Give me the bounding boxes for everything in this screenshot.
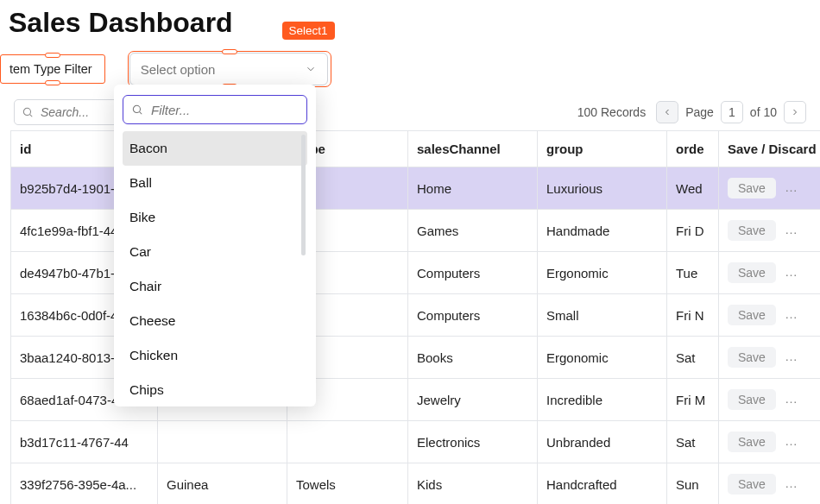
- cell-country: Guinea: [158, 463, 287, 505]
- cell-salesChannel: Games: [408, 210, 538, 252]
- cell-actions: SaveDiscard: [719, 421, 821, 463]
- cell-orderDate: Wed: [667, 167, 719, 210]
- chevron-right-icon: [790, 107, 800, 117]
- cell-country: [158, 421, 287, 463]
- item-type-select[interactable]: Select option: [129, 53, 328, 85]
- dropdown-filter-input[interactable]: [123, 95, 307, 124]
- dropdown-option[interactable]: Bacon: [123, 131, 307, 166]
- save-button[interactable]: Save: [728, 178, 776, 198]
- dropdown-list[interactable]: BaconBallBikeCarChairCheeseChickenChips: [123, 131, 307, 400]
- select-placeholder: Select option: [141, 62, 216, 77]
- page-of: of 10: [750, 105, 777, 119]
- svg-point-2: [133, 105, 140, 112]
- dropdown-option[interactable]: Car: [123, 235, 307, 269]
- cell-group: Luxurious: [538, 167, 667, 210]
- table-row[interactable]: b3d17c11-4767-44ElectronicsUnbrandedSatS…: [11, 421, 821, 463]
- select-badge: Select1: [282, 22, 335, 40]
- chevron-left-icon: [662, 107, 672, 117]
- select-dropdown-panel: BaconBallBikeCarChairCheeseChickenChips: [114, 85, 316, 406]
- cell-group: Handcrafted: [538, 463, 667, 505]
- cell-actions: SaveDiscard: [719, 337, 821, 379]
- cell-salesChannel: Jewelry: [408, 379, 538, 421]
- dropdown-option[interactable]: Cheese: [123, 304, 307, 338]
- save-button[interactable]: Save: [728, 432, 776, 452]
- cell-orderDate: Sun: [667, 463, 719, 505]
- cell-itemType: [287, 421, 408, 463]
- cell-actions: SaveDiscard: [719, 294, 821, 337]
- cell-orderDate: Fri N: [667, 294, 719, 337]
- cell-actions: SaveDiscard: [719, 210, 821, 252]
- save-button[interactable]: Save: [728, 347, 776, 368]
- cell-group: Ergonomic: [538, 252, 667, 294]
- svg-line-1: [30, 115, 33, 117]
- cell-actions: SaveDiscard: [719, 463, 821, 505]
- save-button[interactable]: Save: [728, 220, 776, 241]
- cell-orderDate: Sat: [667, 421, 719, 463]
- cell-group: Unbranded: [538, 421, 667, 463]
- dropdown-option[interactable]: Chips: [123, 373, 307, 400]
- current-page[interactable]: 1: [721, 101, 743, 123]
- item-type-filter-label: tem Type Filter: [0, 54, 105, 84]
- pagination: 100 Records Page 1 of 10: [577, 101, 806, 123]
- cell-salesChannel: Computers: [408, 252, 538, 294]
- cell-orderDate: Sat: [667, 337, 719, 379]
- col-action: Save / Discard: [719, 131, 821, 167]
- cell-group: Incredible: [538, 379, 667, 421]
- search-icon: [131, 104, 143, 116]
- svg-line-3: [140, 112, 142, 115]
- svg-point-0: [23, 108, 30, 115]
- scrollbar[interactable]: [301, 135, 306, 255]
- search-icon: [22, 106, 34, 118]
- cell-actions: SaveDiscard: [719, 167, 821, 210]
- cell-group: Handmade: [538, 210, 667, 252]
- cell-group: Ergonomic: [538, 337, 667, 379]
- save-button[interactable]: Save: [728, 389, 776, 410]
- cell-actions: SaveDiscard: [719, 252, 821, 294]
- dropdown-option[interactable]: Bike: [123, 200, 307, 235]
- cell-id: 339f2756-395e-4a...: [11, 463, 158, 505]
- cell-orderDate: Fri M: [667, 379, 719, 421]
- cell-salesChannel: Home: [408, 167, 538, 210]
- dropdown-option[interactable]: Chair: [123, 269, 307, 304]
- page-label: Page: [685, 105, 714, 119]
- page-title: Sales Dashboard: [0, 0, 820, 42]
- cell-salesChannel: Computers: [408, 294, 538, 337]
- cell-orderDate: Tue: [667, 252, 719, 294]
- cell-id: b3d17c11-4767-44: [11, 421, 158, 463]
- cell-group: Small: [538, 294, 667, 337]
- next-page-button[interactable]: [784, 101, 806, 123]
- table-row[interactable]: 339f2756-395e-4a...GuineaTowelsKidsHandc…: [11, 463, 821, 505]
- save-button[interactable]: Save: [728, 474, 776, 495]
- col-sales-channel[interactable]: salesChannel: [408, 131, 538, 167]
- cell-salesChannel: Electronics: [408, 421, 538, 463]
- records-count: 100 Records: [577, 105, 646, 119]
- cell-actions: SaveDiscard: [719, 379, 821, 421]
- cell-salesChannel: Kids: [408, 463, 538, 505]
- dropdown-option[interactable]: Chicken: [123, 338, 307, 373]
- save-button[interactable]: Save: [728, 305, 776, 325]
- cell-orderDate: Fri D: [667, 210, 719, 252]
- cell-salesChannel: Books: [408, 337, 538, 379]
- filter-label-text: tem Type Filter: [9, 62, 92, 76]
- col-order-date[interactable]: orde: [667, 131, 719, 167]
- chevron-down-icon: [305, 63, 317, 75]
- save-button[interactable]: Save: [728, 262, 776, 283]
- prev-page-button[interactable]: [656, 101, 678, 123]
- cell-itemType: Towels: [287, 463, 408, 505]
- dropdown-option[interactable]: Ball: [123, 166, 307, 200]
- col-group[interactable]: group: [538, 131, 667, 167]
